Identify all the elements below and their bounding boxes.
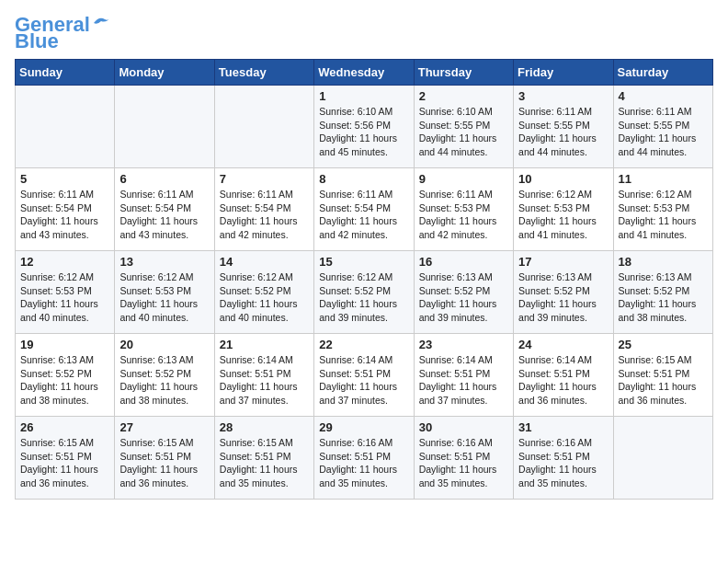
cell-content: Sunrise: 6:11 AM Sunset: 5:54 PM Dayligh… [319,188,408,242]
calendar-cell: 9Sunrise: 6:11 AM Sunset: 5:53 PM Daylig… [414,168,513,251]
calendar-cell: 8Sunrise: 6:11 AM Sunset: 5:54 PM Daylig… [314,168,414,251]
calendar-cell [214,86,313,168]
cell-content: Sunrise: 6:15 AM Sunset: 5:51 PM Dayligh… [619,353,708,408]
day-number: 28 [220,420,309,434]
calendar-cell: 4Sunrise: 6:11 AM Sunset: 5:55 PM Daylig… [613,86,712,168]
calendar-cell: 21Sunrise: 6:14 AM Sunset: 5:51 PM Dayli… [214,334,313,417]
weekday-header-row: SundayMondayTuesdayWednesdayThursdayFrid… [16,60,713,86]
calendar-cell: 26Sunrise: 6:15 AM Sunset: 5:51 PM Dayli… [16,417,115,500]
day-number: 17 [518,255,608,269]
day-number: 22 [319,338,408,351]
day-number: 2 [419,89,508,103]
calendar-week-4: 19Sunrise: 6:13 AM Sunset: 5:52 PM Dayli… [16,334,713,417]
calendar-cell: 31Sunrise: 6:16 AM Sunset: 5:51 PM Dayli… [514,417,613,500]
cell-content: Sunrise: 6:11 AM Sunset: 5:54 PM Dayligh… [119,188,209,242]
day-number: 18 [619,255,708,269]
weekday-header-thursday: Thursday [414,60,513,86]
cell-content: Sunrise: 6:13 AM Sunset: 5:52 PM Dayligh… [419,270,508,325]
calendar-cell [115,86,214,168]
calendar-cell: 2Sunrise: 6:10 AM Sunset: 5:55 PM Daylig… [414,86,513,168]
calendar-cell [613,417,712,500]
weekday-header-sunday: Sunday [16,60,115,86]
calendar-week-5: 26Sunrise: 6:15 AM Sunset: 5:51 PM Dayli… [16,417,713,500]
cell-content: Sunrise: 6:12 AM Sunset: 5:53 PM Dayligh… [20,270,109,325]
day-number: 13 [119,255,209,269]
calendar-week-3: 12Sunrise: 6:12 AM Sunset: 5:53 PM Dayli… [16,251,713,334]
day-number: 8 [319,172,408,186]
day-number: 9 [419,172,508,186]
day-number: 15 [319,255,408,269]
day-number: 27 [119,420,209,434]
calendar-week-2: 5Sunrise: 6:11 AM Sunset: 5:54 PM Daylig… [16,168,713,251]
day-number: 30 [419,420,508,434]
cell-content: Sunrise: 6:14 AM Sunset: 5:51 PM Dayligh… [319,353,408,408]
cell-content: Sunrise: 6:13 AM Sunset: 5:52 PM Dayligh… [518,270,608,325]
calendar-cell: 6Sunrise: 6:11 AM Sunset: 5:54 PM Daylig… [115,168,214,251]
calendar-cell: 10Sunrise: 6:12 AM Sunset: 5:53 PM Dayli… [514,168,613,251]
cell-content: Sunrise: 6:16 AM Sunset: 5:51 PM Dayligh… [518,436,608,490]
day-number: 3 [518,89,608,103]
cell-content: Sunrise: 6:16 AM Sunset: 5:51 PM Dayligh… [319,436,408,490]
cell-content: Sunrise: 6:11 AM Sunset: 5:55 PM Dayligh… [619,105,708,159]
calendar-cell: 5Sunrise: 6:11 AM Sunset: 5:54 PM Daylig… [16,168,115,251]
logo-blue-text: Blue [15,31,59,52]
day-number: 21 [220,338,309,351]
cell-content: Sunrise: 6:13 AM Sunset: 5:52 PM Dayligh… [119,353,209,408]
calendar-cell: 19Sunrise: 6:13 AM Sunset: 5:52 PM Dayli… [16,334,115,417]
calendar-cell: 7Sunrise: 6:11 AM Sunset: 5:54 PM Daylig… [214,168,313,251]
calendar-cell: 28Sunrise: 6:15 AM Sunset: 5:51 PM Dayli… [214,417,313,500]
day-number: 20 [119,338,209,351]
calendar-cell: 16Sunrise: 6:13 AM Sunset: 5:52 PM Dayli… [414,251,513,334]
day-number: 5 [20,172,109,186]
cell-content: Sunrise: 6:14 AM Sunset: 5:51 PM Dayligh… [419,353,508,408]
calendar-cell: 25Sunrise: 6:15 AM Sunset: 5:51 PM Dayli… [613,334,712,417]
cell-content: Sunrise: 6:12 AM Sunset: 5:52 PM Dayligh… [319,270,408,325]
calendar-cell: 1Sunrise: 6:10 AM Sunset: 5:56 PM Daylig… [314,86,414,168]
cell-content: Sunrise: 6:11 AM Sunset: 5:55 PM Dayligh… [518,105,608,159]
calendar-cell: 12Sunrise: 6:12 AM Sunset: 5:53 PM Dayli… [16,251,115,334]
day-number: 24 [518,338,608,351]
cell-content: Sunrise: 6:13 AM Sunset: 5:52 PM Dayligh… [20,353,109,408]
day-number: 23 [419,338,508,351]
weekday-header-saturday: Saturday [613,60,712,86]
calendar-cell: 27Sunrise: 6:15 AM Sunset: 5:51 PM Dayli… [115,417,214,500]
calendar-cell: 22Sunrise: 6:14 AM Sunset: 5:51 PM Dayli… [314,334,414,417]
page-header: General Blue [15,15,713,52]
calendar-cell: 3Sunrise: 6:11 AM Sunset: 5:55 PM Daylig… [514,86,613,168]
day-number: 6 [119,172,209,186]
day-number: 12 [20,255,109,269]
calendar-cell: 11Sunrise: 6:12 AM Sunset: 5:53 PM Dayli… [613,168,712,251]
cell-content: Sunrise: 6:10 AM Sunset: 5:55 PM Dayligh… [419,105,508,159]
cell-content: Sunrise: 6:13 AM Sunset: 5:52 PM Dayligh… [619,270,708,325]
cell-content: Sunrise: 6:12 AM Sunset: 5:53 PM Dayligh… [619,188,708,242]
day-number: 16 [419,255,508,269]
calendar-cell: 17Sunrise: 6:13 AM Sunset: 5:52 PM Dayli… [514,251,613,334]
cell-content: Sunrise: 6:15 AM Sunset: 5:51 PM Dayligh… [220,436,309,490]
logo: General Blue [15,15,112,52]
calendar-cell: 23Sunrise: 6:14 AM Sunset: 5:51 PM Dayli… [414,334,513,417]
weekday-header-wednesday: Wednesday [314,60,414,86]
calendar-cell [16,86,115,168]
calendar-cell: 29Sunrise: 6:16 AM Sunset: 5:51 PM Dayli… [314,417,414,500]
calendar-cell: 18Sunrise: 6:13 AM Sunset: 5:52 PM Dayli… [613,251,712,334]
calendar-week-1: 1Sunrise: 6:10 AM Sunset: 5:56 PM Daylig… [16,86,713,168]
cell-content: Sunrise: 6:11 AM Sunset: 5:54 PM Dayligh… [20,188,109,242]
logo-bird-icon [92,14,112,29]
cell-content: Sunrise: 6:14 AM Sunset: 5:51 PM Dayligh… [518,353,608,408]
calendar-table: SundayMondayTuesdayWednesdayThursdayFrid… [15,59,713,500]
cell-content: Sunrise: 6:12 AM Sunset: 5:52 PM Dayligh… [220,270,309,325]
day-number: 10 [518,172,608,186]
cell-content: Sunrise: 6:15 AM Sunset: 5:51 PM Dayligh… [119,436,209,490]
day-number: 31 [518,420,608,434]
cell-content: Sunrise: 6:12 AM Sunset: 5:53 PM Dayligh… [119,270,209,325]
day-number: 14 [220,255,309,269]
calendar-cell: 15Sunrise: 6:12 AM Sunset: 5:52 PM Dayli… [314,251,414,334]
calendar-cell: 14Sunrise: 6:12 AM Sunset: 5:52 PM Dayli… [214,251,313,334]
day-number: 11 [619,172,708,186]
cell-content: Sunrise: 6:15 AM Sunset: 5:51 PM Dayligh… [20,436,109,490]
cell-content: Sunrise: 6:11 AM Sunset: 5:53 PM Dayligh… [419,188,508,242]
weekday-header-tuesday: Tuesday [214,60,313,86]
calendar-cell: 20Sunrise: 6:13 AM Sunset: 5:52 PM Dayli… [115,334,214,417]
weekday-header-friday: Friday [514,60,613,86]
cell-content: Sunrise: 6:14 AM Sunset: 5:51 PM Dayligh… [220,353,309,408]
